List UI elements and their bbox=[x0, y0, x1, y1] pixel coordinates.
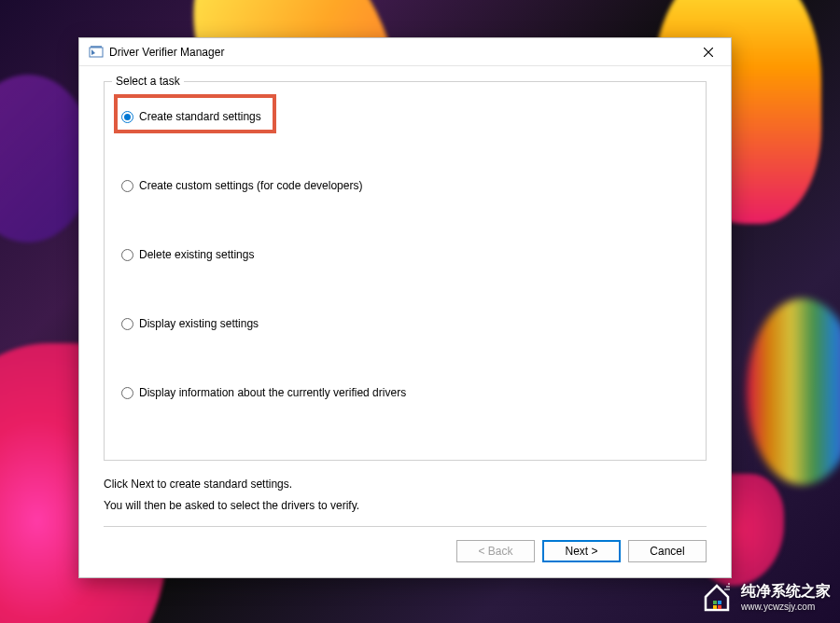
watermark-house-icon bbox=[700, 580, 734, 614]
radio-icon bbox=[121, 180, 133, 192]
close-icon bbox=[704, 48, 713, 57]
radio-icon bbox=[121, 111, 133, 123]
wizard-buttons: < Back Next > Cancel bbox=[104, 526, 707, 568]
radio-icon bbox=[121, 249, 133, 261]
window-title: Driver Verifier Manager bbox=[109, 46, 690, 59]
svg-rect-4 bbox=[718, 605, 721, 609]
app-icon bbox=[89, 45, 104, 60]
svg-rect-3 bbox=[713, 605, 717, 609]
fieldset-legend: Select a task bbox=[112, 75, 184, 88]
radio-option-delete-existing[interactable]: Delete existing settings bbox=[118, 241, 693, 269]
svg-rect-2 bbox=[718, 601, 721, 604]
radio-icon bbox=[121, 318, 133, 330]
radio-label: Display information about the currently … bbox=[139, 386, 406, 399]
next-button[interactable]: Next > bbox=[542, 540, 621, 562]
instruction-line-2: You will then be asked to select the dri… bbox=[104, 495, 707, 517]
radio-option-create-standard[interactable]: Create standard settings bbox=[118, 103, 693, 131]
watermark: 纯净系统之家 www.ycwzsjy.com bbox=[700, 580, 831, 614]
instruction-line-1: Click Next to create standard settings. bbox=[104, 474, 707, 495]
cancel-button[interactable]: Cancel bbox=[628, 540, 707, 562]
instruction-text: Click Next to create standard settings. … bbox=[104, 461, 707, 526]
svg-rect-1 bbox=[713, 601, 717, 604]
radio-label: Delete existing settings bbox=[139, 248, 254, 261]
radio-option-create-custom[interactable]: Create custom settings (for code develop… bbox=[118, 172, 693, 200]
watermark-text: 纯净系统之家 bbox=[741, 582, 831, 602]
radio-icon bbox=[121, 387, 133, 399]
radio-group: Create standard settings Create custom s… bbox=[118, 99, 693, 407]
radio-label: Create standard settings bbox=[139, 110, 261, 123]
radio-label: Display existing settings bbox=[139, 317, 259, 330]
radio-option-display-existing[interactable]: Display existing settings bbox=[118, 310, 693, 338]
radio-option-display-info[interactable]: Display information about the currently … bbox=[118, 379, 693, 407]
close-button[interactable] bbox=[690, 39, 727, 65]
task-fieldset: Select a task Create standard settings C… bbox=[104, 81, 707, 461]
titlebar[interactable]: Driver Verifier Manager bbox=[79, 38, 731, 66]
driver-verifier-dialog: Driver Verifier Manager Select a task Cr… bbox=[78, 37, 732, 578]
back-button: < Back bbox=[456, 540, 535, 562]
dialog-content: Select a task Create standard settings C… bbox=[79, 66, 731, 577]
watermark-url: www.ycwzsjy.com bbox=[741, 602, 831, 612]
radio-label: Create custom settings (for code develop… bbox=[139, 179, 362, 192]
